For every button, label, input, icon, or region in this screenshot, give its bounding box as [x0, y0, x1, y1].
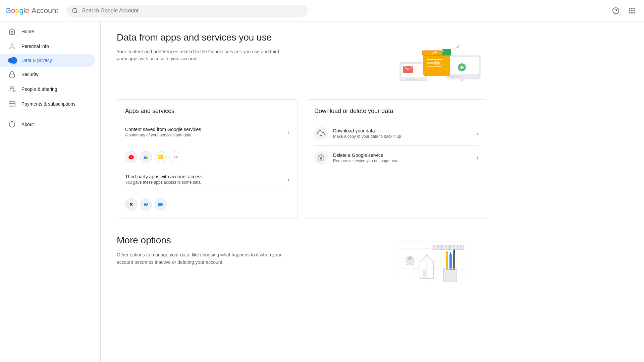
svg-rect-85: [453, 268, 455, 269]
youtube-icon-svg: [128, 154, 134, 160]
content-saved-arrow: ›: [287, 129, 289, 136]
sidebar-security-label: Security: [21, 72, 39, 77]
page-illustration: ♪ ↓: [380, 32, 487, 86]
svg-rect-61: [433, 245, 464, 250]
apps-button[interactable]: [625, 4, 639, 17]
sidebar-payments-label: Payments & subscriptions: [21, 101, 75, 107]
download-data-arrow: ›: [477, 130, 479, 137]
help-icon: [612, 7, 620, 14]
svg-rect-7: [629, 10, 631, 11]
svg-rect-77: [446, 253, 448, 270]
sidebar-item-payments[interactable]: Payments & subscriptions: [0, 97, 95, 111]
content-saved-content: Content saved from Google services A sum…: [125, 127, 287, 137]
svg-rect-82: [449, 268, 452, 269]
third-party-link[interactable]: Third-party apps with account access You…: [125, 169, 289, 190]
content-saved-desc: A summary of your services and data: [125, 133, 287, 137]
content-saved-section: Content saved from Google services A sum…: [125, 121, 289, 163]
drive-service-icon[interactable]: [140, 151, 152, 163]
apps-icon: [628, 7, 636, 14]
third-party-content: Third-party apps with account access You…: [125, 174, 287, 185]
logo-g2: g: [19, 6, 23, 15]
search-input[interactable]: [82, 8, 303, 14]
search-bar: [66, 5, 308, 17]
zoom-icon-svg: [158, 201, 164, 207]
svg-rect-34: [427, 62, 440, 64]
cloud-download-icon: [317, 130, 325, 137]
sidebar-item-personal-info[interactable]: Personal info: [0, 39, 95, 54]
more-options-text: More options Other options to manage you…: [117, 235, 284, 266]
zoom-app-icon[interactable]: [155, 198, 167, 210]
svg-point-37: [442, 50, 443, 52]
page-header: Data from apps and services you use Your…: [117, 32, 487, 86]
third-party-section: Third-party apps with account access You…: [125, 169, 289, 210]
sidebar-home-label: Home: [21, 29, 34, 34]
content-saved-title: Content saved from Google services: [125, 127, 287, 132]
svg-rect-46: [158, 203, 162, 206]
page-title: Data from apps and services you use: [117, 32, 284, 43]
page-header-text: Data from apps and services you use Your…: [117, 32, 284, 62]
svg-rect-36: [442, 49, 451, 55]
third-party-desc: You gave these apps access to some data: [125, 180, 287, 185]
sidebar: Home Personal info Data & privacy Securi: [0, 21, 101, 362]
info-icon: [8, 121, 16, 128]
svg-rect-45: [160, 157, 162, 158]
delete-service-link[interactable]: Delete a Google service Remove a service…: [314, 146, 479, 170]
cloud-download-icon-wrapper: [314, 127, 328, 140]
svg-rect-4: [629, 8, 631, 9]
more-services-badge[interactable]: +4: [169, 151, 181, 163]
search-icon: [72, 7, 78, 14]
svg-rect-23: [448, 76, 462, 77]
apps-services-title: Apps and services: [125, 108, 289, 115]
svg-marker-81: [449, 252, 452, 255]
content-saved-link[interactable]: Content saved from Google services A sum…: [125, 121, 289, 143]
third-party-arrow: ›: [287, 176, 289, 183]
logo-e: e: [25, 6, 29, 15]
svg-point-13: [11, 44, 13, 46]
sidebar-item-data-privacy[interactable]: Data & privacy: [0, 54, 95, 67]
x-app-icon[interactable]: ✕: [125, 198, 137, 210]
sidebar-item-about[interactable]: About: [0, 117, 95, 132]
download-data-link[interactable]: Download your data Make a copy of your d…: [314, 121, 479, 146]
account-label: Account: [32, 6, 58, 15]
google-logo-text: Google: [5, 6, 29, 15]
download-delete-title: Download or delete your data: [314, 108, 479, 115]
sidebar-personal-label: Personal info: [21, 44, 49, 49]
delete-service-arrow: ›: [477, 155, 479, 162]
lock-icon: [8, 71, 16, 78]
sidebar-item-security[interactable]: Security: [0, 67, 95, 82]
google-service-icons: +4: [125, 147, 289, 163]
download-data-content: Download your data Make a copy of your d…: [333, 128, 477, 139]
header-actions: [609, 4, 639, 17]
delete-service-content: Delete a Google service Remove a service…: [333, 153, 477, 163]
svg-text:↓: ↓: [441, 61, 443, 66]
sidebar-item-people-sharing[interactable]: People & sharing: [0, 82, 95, 97]
apps-services-card: Apps and services Content saved from Goo…: [117, 99, 298, 219]
delete-service-title: Delete a Google service: [333, 153, 477, 158]
download-data-desc: Make a copy of your data to back it up: [333, 134, 477, 139]
svg-rect-35: [427, 66, 442, 67]
svg-rect-12: [634, 12, 635, 13]
sidebar-item-home[interactable]: Home: [0, 24, 95, 39]
download-data-title: Download your data: [333, 128, 477, 133]
svg-rect-14: [10, 74, 15, 77]
svg-rect-83: [453, 252, 455, 270]
svg-rect-5: [631, 8, 633, 9]
wordpress-app-icon[interactable]: W: [140, 198, 152, 210]
main-content: Data from apps and services you use Your…: [101, 21, 503, 362]
people-icon: [8, 86, 16, 93]
third-party-icons: ✕ W: [125, 194, 289, 210]
svg-rect-76: [443, 268, 457, 282]
svg-point-24: [461, 79, 463, 81]
sidebar-divider: [8, 114, 92, 114]
google-account-logo[interactable]: Google Account: [5, 6, 58, 15]
layout: Home Personal info Data & privacy Securi: [0, 21, 644, 362]
svg-point-15: [10, 87, 12, 89]
youtube-service-icon[interactable]: [125, 151, 137, 163]
trash-icon-wrapper: [314, 151, 328, 165]
slides-service-icon[interactable]: [155, 151, 167, 163]
svg-rect-79: [446, 268, 448, 269]
help-button[interactable]: [609, 4, 623, 17]
svg-rect-10: [629, 12, 631, 13]
header-illustration-svg: ♪ ↓: [380, 32, 487, 86]
svg-line-1: [76, 12, 77, 13]
